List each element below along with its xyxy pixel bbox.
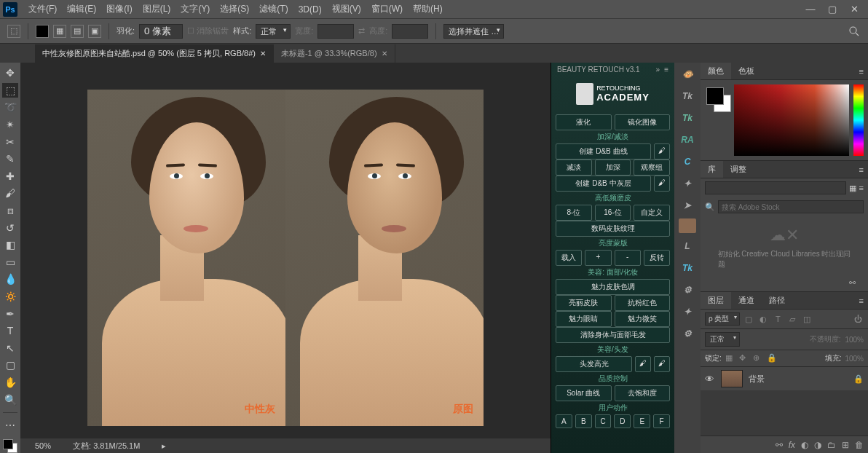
selection-new-icon[interactable]: [36, 25, 49, 38]
shape-tool[interactable]: ▢: [2, 358, 18, 373]
document-tab-1[interactable]: 中性灰修图原图来自站酷.psd @ 50% (图层 5 拷贝, RGB/8#) …: [35, 44, 274, 63]
canvas-area[interactable]: 中性灰 原图 50% 文档: 3.81M/25.1M ▸: [20, 63, 551, 453]
plugin-button[interactable]: 魅力皮肤色调: [556, 279, 670, 295]
library-select[interactable]: [705, 181, 846, 194]
close-tab-icon[interactable]: ✕: [260, 50, 266, 58]
blur-tool[interactable]: 💧: [2, 272, 18, 287]
plugin-button[interactable]: F: [653, 414, 670, 428]
lib-panel-menu-icon[interactable]: ≡: [855, 165, 868, 174]
tab-libraries[interactable]: 库: [701, 161, 723, 178]
side-icon-3[interactable]: RA: [677, 131, 698, 149]
lock-position-icon[interactable]: ✥: [739, 353, 749, 363]
brush-icon[interactable]: 🖌: [635, 356, 651, 372]
group-icon[interactable]: 🗀: [827, 440, 836, 450]
layer-thumbnail[interactable]: [721, 370, 743, 387]
hand-tool[interactable]: ✋: [2, 375, 18, 390]
menu-type[interactable]: 文字(Y): [175, 3, 215, 15]
color-picker[interactable]: [701, 80, 868, 160]
lock-all-icon[interactable]: 🔒: [767, 353, 777, 363]
menu-window[interactable]: 窗口(W): [366, 3, 408, 15]
plugin-button[interactable]: 8-位: [556, 205, 592, 221]
tab-adjustments[interactable]: 调整: [723, 161, 754, 178]
side-icon-6[interactable]: ➤: [677, 197, 698, 214]
selection-intersect-icon[interactable]: ▣: [88, 25, 101, 38]
menu-file[interactable]: 文件(F): [23, 3, 62, 15]
menu-view[interactable]: 视图(V): [327, 3, 366, 15]
menu-help[interactable]: 帮助(H): [408, 3, 448, 15]
side-icon-2[interactable]: Tk: [677, 109, 698, 127]
style-select[interactable]: 正常: [256, 24, 291, 39]
pen-tool[interactable]: ✒: [2, 306, 18, 321]
menu-filter[interactable]: 滤镜(T): [254, 3, 293, 15]
plugin-button[interactable]: 创建 D&B 曲线: [556, 143, 651, 159]
menu-edit[interactable]: 编辑(E): [62, 3, 101, 15]
plugin-collapse-icon[interactable]: »: [656, 66, 660, 74]
tab-color[interactable]: 颜色: [701, 63, 731, 79]
eraser-tool[interactable]: ◧: [2, 237, 18, 253]
plugin-button[interactable]: 头发高光: [556, 356, 632, 372]
crop-tool[interactable]: ✂: [2, 134, 18, 149]
plugin-button[interactable]: D: [614, 414, 631, 428]
type-tool[interactable]: T: [2, 323, 18, 339]
plugin-button[interactable]: 观察组: [634, 159, 670, 176]
selection-add-icon[interactable]: ▦: [53, 25, 66, 38]
menu-select[interactable]: 选择(S): [215, 3, 254, 15]
edit-toolbar[interactable]: ⋯: [2, 418, 18, 433]
lock-icon[interactable]: 🔒: [853, 374, 864, 384]
plugin-button[interactable]: 魅力微笑: [615, 311, 671, 327]
plugin-button[interactable]: Solar 曲线: [556, 385, 612, 401]
brush-icon[interactable]: 🖌: [654, 143, 670, 159]
zoom-level[interactable]: 50%: [35, 441, 51, 450]
side-icon-8[interactable]: L: [677, 237, 698, 255]
adjustment-layer-icon[interactable]: ◑: [814, 440, 821, 450]
status-arrow-icon[interactable]: ▸: [162, 441, 166, 451]
plugin-button[interactable]: 镜化图像: [615, 114, 671, 130]
plugin-button[interactable]: 载入: [556, 250, 582, 266]
filter-type-icon[interactable]: T: [772, 313, 784, 325]
plugin-button[interactable]: 创建 D&B 中灰层: [556, 176, 651, 192]
layers-panel-menu-icon[interactable]: ≡: [855, 296, 868, 305]
plugin-button[interactable]: 液化: [556, 114, 612, 130]
side-icon-5[interactable]: ✦: [677, 175, 698, 192]
link-icon[interactable]: ⚯: [849, 278, 862, 288]
gradient-tool[interactable]: ▭: [2, 255, 18, 270]
marquee-tool-icon[interactable]: ⬚: [7, 25, 20, 38]
brush-icon[interactable]: 🖌: [654, 176, 670, 192]
opacity-value[interactable]: 100%: [845, 336, 864, 344]
plugin-button[interactable]: 数码皮肤纹理: [556, 221, 670, 237]
plugin-button[interactable]: 抗粉红色: [615, 295, 671, 311]
tab-paths[interactable]: 路径: [762, 292, 792, 309]
path-tool[interactable]: ↖: [2, 341, 18, 356]
plugin-button[interactable]: 自定义: [634, 205, 670, 221]
color-field[interactable]: [734, 84, 849, 156]
tab-swatches[interactable]: 色板: [731, 63, 762, 79]
move-tool[interactable]: ✥: [2, 66, 18, 81]
new-layer-icon[interactable]: ⊞: [842, 440, 849, 450]
dodge-tool[interactable]: 🔅: [2, 289, 18, 304]
plugin-button[interactable]: -: [615, 250, 641, 266]
side-icon-12[interactable]: ⚙: [677, 325, 698, 342]
tab-layers[interactable]: 图层: [701, 292, 731, 309]
plugin-menu-icon[interactable]: ≡: [664, 66, 668, 74]
hue-slider[interactable]: [853, 84, 864, 156]
feather-input[interactable]: [139, 24, 183, 39]
brush-icon[interactable]: 🖌: [654, 356, 670, 372]
plugin-button[interactable]: 加深: [595, 159, 631, 176]
link-layers-icon[interactable]: ⚯: [776, 440, 783, 450]
select-mask-button[interactable]: 选择并遮住 …: [443, 24, 504, 39]
visibility-icon[interactable]: 👁: [705, 374, 715, 385]
plugin-button[interactable]: +: [585, 250, 611, 266]
menu-3d[interactable]: 3D(D): [293, 4, 327, 15]
blend-mode-select[interactable]: 正常: [705, 332, 740, 347]
layer-filter-type[interactable]: ρ 类型: [705, 312, 740, 326]
side-icon-1[interactable]: Tk: [677, 87, 698, 105]
layer-name[interactable]: 背景: [749, 374, 765, 385]
filter-pixel-icon[interactable]: ▢: [743, 313, 754, 325]
color-swatch[interactable]: [3, 439, 17, 453]
plugin-button[interactable]: A: [556, 414, 572, 428]
lock-pixels-icon[interactable]: ▦: [725, 353, 735, 363]
side-icon-thumb[interactable]: [679, 218, 696, 233]
plugin-button[interactable]: 清除身体与面部毛发: [556, 327, 670, 343]
side-icon-11[interactable]: ✦: [677, 303, 698, 320]
plugin-button[interactable]: C: [595, 414, 612, 428]
